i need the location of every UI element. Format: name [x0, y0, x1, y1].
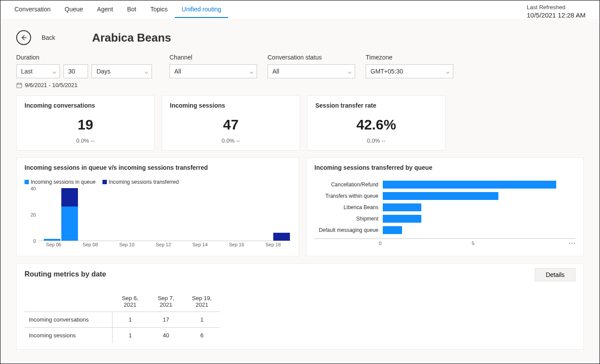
legend-transferred: Incoming sessions transferred — [102, 179, 179, 185]
kpi-incoming-sessions: Incoming sessions 47 0.0% -- — [162, 95, 300, 150]
duration-n-value: 30 — [68, 68, 75, 75]
kpi-value: 19 — [25, 117, 146, 133]
last-refreshed-value: 10/5/2021 12:28 AM — [527, 10, 586, 19]
status-value: All — [272, 68, 279, 75]
kpi-title: Incoming sessions — [170, 102, 292, 109]
cell: 1 — [112, 328, 148, 343]
kpi-sub: 0.0% -- — [25, 137, 146, 144]
status-select[interactable]: All ⌵ — [268, 64, 355, 78]
chart-transferred-by-queue: Incoming sessions transferred by queue C… — [306, 158, 584, 256]
swatch-icon — [25, 180, 29, 184]
col-header: Sep 6, 2021 — [112, 291, 148, 312]
table-title: Routing metrics by date — [25, 270, 575, 278]
row-label: Incoming sessions — [25, 328, 112, 343]
routing-metrics-table-card: Routing metrics by date Details Sep 6, 2… — [16, 263, 584, 350]
y-tick: 20 — [31, 212, 36, 217]
hbar-label: Shipment — [314, 216, 380, 222]
kpi-value: 42.6% — [315, 117, 437, 133]
duration-label: Duration — [16, 54, 152, 61]
tabs: Conversation Queue Agent Bot Topics Unif… — [7, 0, 228, 18]
back-label: Back — [42, 34, 55, 41]
kpi-session-transfer-rate: Session transfer rate 42.6% 0.0% -- — [307, 95, 445, 150]
cell: 6 — [184, 328, 220, 343]
calendar-icon — [16, 82, 22, 88]
details-button[interactable]: Details — [535, 268, 575, 281]
duration-unit-value: Days — [96, 68, 110, 75]
hbar-label: Liberica Beans — [314, 204, 380, 210]
x-tick: 0 — [379, 241, 381, 246]
top-tabbar: Conversation Queue Agent Bot Topics Unif… — [0, 0, 600, 19]
x-tick: 5 — [472, 241, 474, 246]
hbar-label: Transfers within queue — [314, 193, 380, 199]
channel-value: All — [174, 68, 181, 75]
kpi-title: Session transfer rate — [315, 102, 437, 109]
kpi-title: Incoming conversations — [25, 102, 146, 109]
status-label: Conversation status — [268, 54, 355, 61]
duration-mode-value: Last — [21, 68, 32, 75]
chevron-down-icon: ⌵ — [250, 68, 253, 75]
tab-agent[interactable]: Agent — [90, 0, 120, 18]
col-header: Sep 19, 2021 — [184, 291, 220, 312]
arrow-left-icon — [20, 34, 28, 42]
tab-bot[interactable]: Bot — [120, 0, 143, 18]
cell: 1 — [112, 312, 148, 328]
cell: 1 — [184, 312, 220, 328]
y-tick: 40 — [31, 186, 36, 191]
chart-sessions-stacked: Incoming sessions in queue v/s incoming … — [16, 158, 299, 256]
x-tick: Sep 10 — [119, 242, 134, 247]
chevron-down-icon: ⌵ — [348, 68, 351, 75]
tab-queue[interactable]: Queue — [58, 0, 90, 18]
bar-chart-plot: 40 20 0 Sep 06 Sep 08 — [25, 189, 291, 250]
chevron-down-icon: ⌵ — [446, 68, 449, 75]
x-tick: Sep 08 — [83, 242, 98, 247]
page-title: Arabica Beans — [92, 31, 171, 45]
tz-select[interactable]: GMT+05:30 ⌵ — [366, 64, 453, 78]
duration-unit-select[interactable]: Days ⌵ — [92, 64, 152, 78]
tab-conversation[interactable]: Conversation — [7, 0, 58, 18]
col-header: Sep 7, 2021 — [148, 291, 184, 312]
tz-label: Timezone — [366, 54, 453, 61]
hbar-label: Cancellation/Refund — [314, 182, 380, 188]
routing-metrics-table: Sep 6, 2021 Sep 7, 2021 Sep 19, 2021 Inc… — [25, 291, 220, 343]
x-tick: Sep 06 — [46, 242, 61, 247]
x-tick: Sep 14 — [192, 242, 208, 247]
tab-topics[interactable]: Topics — [143, 0, 175, 18]
legend-label: Incoming sessions transferred — [109, 179, 179, 185]
duration-n-input[interactable]: 30 — [64, 64, 88, 78]
swatch-icon — [102, 180, 107, 184]
date-range-text: 9/6/2021 - 10/5/2021 — [25, 82, 78, 88]
cell: 17 — [148, 312, 184, 328]
last-refreshed-label: Last Refreshed — [527, 4, 586, 10]
legend-label: Incoming sessions in queue — [31, 179, 95, 185]
channel-label: Channel — [169, 54, 257, 61]
tz-value: GMT+05:30 — [371, 68, 403, 75]
duration-mode-select[interactable]: Last ⌵ — [16, 64, 60, 78]
x-tick: Sep 18 — [265, 242, 281, 247]
chart-title: Incoming sessions in queue v/s incoming … — [25, 164, 291, 171]
y-tick: 0 — [33, 238, 36, 244]
chart-title: Incoming sessions transferred by queue — [314, 164, 575, 171]
back-button[interactable] — [16, 30, 31, 45]
chevron-down-icon: ⌵ — [145, 68, 148, 75]
cell: 40 — [148, 328, 184, 343]
kpi-sub: 0.0% -- — [315, 137, 437, 144]
hbar-label: Default messaging queue — [314, 227, 380, 233]
x-tick: Sep 16 — [229, 242, 244, 247]
kpi-incoming-conversations: Incoming conversations 19 0.0% -- — [16, 95, 155, 150]
date-range: 9/6/2021 - 10/5/2021 — [16, 82, 584, 88]
table-row: Incoming sessions 1 40 6 — [25, 328, 220, 343]
svg-rect-0 — [17, 83, 21, 88]
table-row: Incoming conversations 1 17 1 — [25, 312, 220, 328]
row-label: Incoming conversations — [25, 312, 112, 328]
kpi-sub: 0.0% -- — [170, 137, 292, 144]
kpi-value: 47 — [170, 117, 292, 133]
x-tick: Sep 12 — [156, 242, 171, 247]
legend-in-queue: Incoming sessions in queue — [25, 179, 95, 185]
chevron-down-icon: ⌵ — [53, 68, 56, 75]
last-refreshed: Last Refreshed 10/5/2021 12:28 AM — [527, 0, 593, 19]
tab-unified-routing[interactable]: Unified routing — [175, 0, 228, 18]
channel-select[interactable]: All ⌵ — [169, 64, 257, 78]
more-icon[interactable]: ⋯ — [568, 239, 575, 247]
